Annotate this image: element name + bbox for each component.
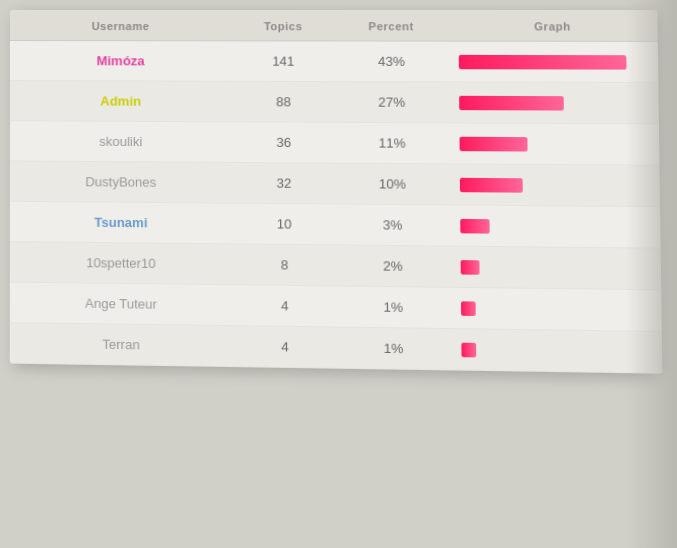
bar <box>459 95 564 110</box>
percent-cell: 10% <box>335 176 449 192</box>
table-row: DustyBones 32 10% <box>10 161 660 207</box>
topics-cell: 8 <box>233 257 336 273</box>
username-cell: Mimóza <box>10 53 232 69</box>
right-shadow <box>627 0 677 548</box>
topics-cell: 32 <box>233 175 336 191</box>
bar <box>461 342 476 357</box>
table-row: Terran 4 1% <box>10 323 663 374</box>
percent-cell: 27% <box>335 94 449 110</box>
bar <box>459 136 527 151</box>
percent-cell: 2% <box>336 258 450 275</box>
username-cell: Tsunami <box>10 214 233 231</box>
header-percent: Percent <box>334 20 448 32</box>
header-topics: Topics <box>232 20 334 32</box>
username-cell: skouliki <box>10 133 233 149</box>
topics-cell: 4 <box>233 297 336 314</box>
table-header: Username Topics Percent Graph <box>10 10 658 42</box>
percent-cell: 3% <box>336 217 450 233</box>
username-cell: Ange Tuteur <box>10 295 233 313</box>
table-row: skouliki 36 11% <box>10 121 660 166</box>
table-row: Admin 88 27% <box>10 81 659 124</box>
username-cell: 10spetter10 <box>10 254 233 272</box>
table-row: Tsunami 10 3% <box>10 202 661 249</box>
table-body: Mimóza 141 43% Admin 88 27% skouliki 36 … <box>10 41 663 374</box>
bar <box>459 54 627 69</box>
percent-cell: 1% <box>336 299 450 316</box>
table-row: Mimóza 141 43% <box>10 41 658 83</box>
username-cell: Terran <box>10 335 234 354</box>
percent-cell: 1% <box>336 340 451 357</box>
bar <box>460 177 523 192</box>
topics-cell: 141 <box>232 53 335 68</box>
topics-cell: 4 <box>233 338 336 355</box>
bar <box>460 218 489 233</box>
topics-cell: 10 <box>233 216 336 232</box>
percent-cell: 11% <box>335 135 449 151</box>
bar <box>461 301 476 316</box>
header-username: Username <box>10 20 232 32</box>
username-cell: Admin <box>10 93 232 109</box>
stats-table: Username Topics Percent Graph Mimóza 141… <box>10 10 663 374</box>
topics-cell: 88 <box>232 94 335 110</box>
bar <box>461 260 480 275</box>
percent-cell: 43% <box>335 54 449 70</box>
topics-cell: 36 <box>233 135 336 151</box>
username-cell: DustyBones <box>10 174 233 191</box>
